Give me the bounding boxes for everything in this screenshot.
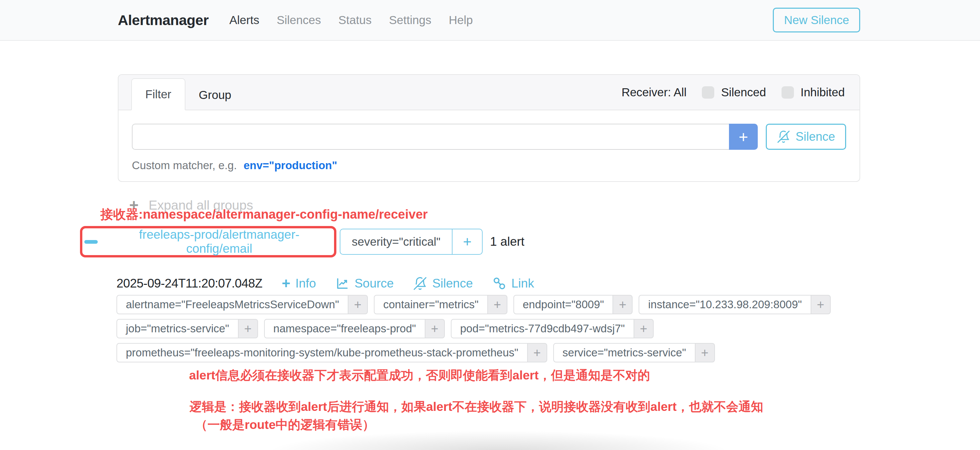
minus-icon (84, 240, 98, 244)
matcher-example-link[interactable]: env="production" (243, 159, 337, 172)
inhibited-checkbox[interactable]: Inhibited (781, 86, 845, 99)
filter-card-header: Filter Group Receiver: All Silenced Inhi… (118, 75, 859, 110)
silence-link-label: Silence (432, 276, 473, 290)
nav-alerts[interactable]: Alerts (229, 13, 259, 27)
tab-group[interactable]: Group (185, 79, 245, 110)
tab-filter[interactable]: Filter (131, 78, 185, 110)
alert-labels: alertname="FreeleapsMetricsServiceDown" … (116, 295, 831, 363)
add-label-filter-button[interactable]: + (488, 295, 508, 314)
receiver-group-name: freeleaps-prod/alertmanager-config/email (107, 228, 332, 256)
chart-icon (336, 276, 349, 290)
plus-icon: + (282, 276, 291, 291)
alert-info-link[interactable]: + Info (282, 276, 316, 291)
alert-source-link[interactable]: Source (336, 276, 394, 290)
silence-from-filter-button[interactable]: Silence (766, 124, 846, 150)
filter-card-body: + Silence Custom matcher, e.g. env="prod… (118, 110, 859, 172)
nav-settings[interactable]: Settings (389, 13, 431, 27)
label-row: prometheus="freeleaps-monitoring-system/… (116, 343, 831, 363)
alert-label-chip: job="metrics-service" + (116, 319, 258, 338)
receiver-filter-toggle[interactable]: Receiver: All (622, 86, 687, 99)
silence-button-label: Silence (795, 130, 835, 144)
annotation-receiver-format: 接收器:namespace/altermanager-config-name/r… (100, 206, 428, 223)
alert-label-chip: pod="metrics-77d9cdb497-wdsj7" + (451, 319, 654, 338)
checkbox-icon[interactable] (702, 86, 714, 98)
new-silence-button[interactable]: New Silence (773, 8, 860, 32)
group-matcher-chip: severity="critical" + (340, 229, 483, 255)
annotation-highlight-box: freeleaps-prod/alertmanager-config/email (80, 226, 336, 257)
add-label-filter-button[interactable]: + (695, 343, 715, 363)
label-text: prometheus="freeleaps-monitoring-system/… (116, 343, 528, 363)
alert-label-chip: instance="10.233.98.209:8009" + (639, 295, 830, 314)
label-text: instance="10.233.98.209:8009" (639, 295, 811, 314)
receiver-group-row: freeleaps-prod/alertmanager-config/email… (80, 226, 525, 257)
add-label-filter-button[interactable]: + (425, 319, 445, 338)
label-row: alertname="FreeleapsMetricsServiceDown" … (116, 295, 831, 314)
label-text: alertname="FreeleapsMetricsServiceDown" (116, 295, 348, 314)
filter-card-header-right: Receiver: All Silenced Inhibited (622, 75, 845, 110)
matcher-input[interactable] (132, 124, 729, 150)
add-label-filter-button[interactable]: + (528, 343, 547, 363)
alert-label-chip: alertname="FreeleapsMetricsServiceDown" … (116, 295, 368, 314)
alert-label-chip: endpoint="8009" + (514, 295, 633, 314)
add-label-filter-button[interactable]: + (634, 319, 654, 338)
silenced-checkbox-label: Silenced (721, 86, 766, 99)
screenshot-bottom-shadow (207, 429, 790, 450)
label-row: job="metrics-service" + namespace="freel… (116, 319, 831, 338)
group-matcher-label: severity="critical" (340, 229, 452, 254)
label-text: endpoint="8009" (514, 295, 614, 314)
receiver-group-toggle[interactable]: freeleaps-prod/alertmanager-config/email (82, 227, 334, 256)
annotation-line-1: alert信息必须在接收器下才表示配置成功，否则即使能看到alert，但是通知是… (189, 367, 650, 384)
add-label-filter-button[interactable]: + (811, 295, 831, 314)
filter-card: Filter Group Receiver: All Silenced Inhi… (118, 74, 860, 182)
label-text: job="metrics-service" (116, 319, 239, 338)
annotation-line-2: 逻辑是：接收器收到alert后进行通知，如果alert不在接收器下，说明接收器没… (189, 399, 763, 415)
main-nav: Alerts Silences Status Settings Help (229, 13, 473, 27)
custom-matcher-hint: Custom matcher, e.g. (132, 159, 237, 172)
alert-timestamp: 2025-09-24T11:20:07.048Z (116, 276, 262, 290)
nav-silences[interactable]: Silences (277, 13, 321, 27)
navbar: Alertmanager Alerts Silences Status Sett… (0, 0, 980, 41)
alert-label-chip: prometheus="freeleaps-monitoring-system/… (116, 343, 547, 363)
label-text: service="metrics-service" (553, 343, 695, 363)
nav-help[interactable]: Help (449, 13, 473, 27)
link-link-label: Link (511, 276, 534, 290)
alert-silence-link[interactable]: Silence (413, 276, 473, 290)
alert-label-chip: container="metrics" + (374, 295, 508, 314)
link-icon (492, 276, 506, 290)
bell-slash-icon (413, 276, 427, 290)
source-link-label: Source (355, 276, 394, 290)
main-content: Filter Group Receiver: All Silenced Inhi… (0, 41, 980, 450)
label-text: namespace="freeleaps-prod" (264, 319, 425, 338)
label-text: pod="metrics-77d9cdb497-wdsj7" (451, 319, 634, 338)
add-label-filter-button[interactable]: + (613, 295, 633, 314)
alert-permalink[interactable]: Link (492, 276, 534, 290)
add-group-filter-button[interactable]: + (452, 229, 482, 254)
add-matcher-button[interactable]: + (729, 124, 758, 150)
alert-label-chip: namespace="freeleaps-prod" + (264, 319, 445, 338)
bell-slash-icon (777, 130, 790, 143)
alert-count: 1 alert (490, 235, 525, 249)
add-label-filter-button[interactable]: + (239, 319, 258, 338)
label-text: container="metrics" (374, 295, 488, 314)
alert-detail-row: 2025-09-24T11:20:07.048Z + Info Source S… (116, 274, 534, 293)
nav-status[interactable]: Status (338, 13, 372, 27)
app-brand[interactable]: Alertmanager (118, 12, 208, 29)
silenced-checkbox[interactable]: Silenced (702, 86, 766, 99)
alert-label-chip: service="metrics-service" + (553, 343, 715, 363)
inhibited-checkbox-label: Inhibited (800, 86, 845, 99)
info-link-label: Info (295, 276, 316, 290)
add-label-filter-button[interactable]: + (348, 295, 368, 314)
checkbox-icon[interactable] (781, 86, 794, 98)
